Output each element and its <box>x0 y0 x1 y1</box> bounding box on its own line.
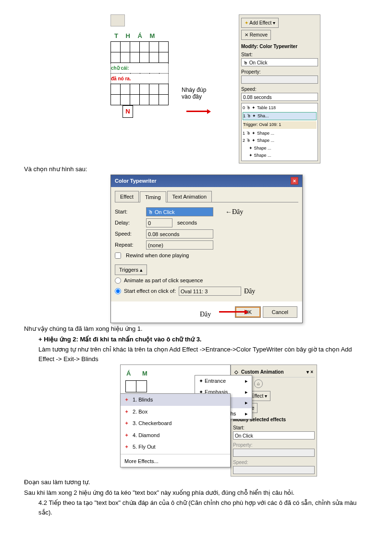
list-item[interactable]: 1 🖱 ✦ Sha... <box>243 112 317 121</box>
text: Làm tương tự như trên chỉ khác là trên t… <box>24 345 368 364</box>
menu-item-diamond[interactable]: ✦4. Diamond <box>121 429 230 441</box>
start-select[interactable]: On Click <box>233 431 315 440</box>
animation-pane: ✦ Add Effect ▾ ✕ Remove Modify: Color Ty… <box>239 14 320 163</box>
annotation: Đây <box>200 309 211 319</box>
animation-list: 0 🖱 ✦ Table 118 1 🖱 ✦ Sha... Trigger: Ov… <box>241 103 318 161</box>
tab-timing[interactable]: Timing <box>140 191 166 203</box>
property-select <box>241 75 318 84</box>
screenshot-3: Á M ✦ Entrance▸ ✦ Emphasis▸ ✦ Exit▸ ☆ Mo… <box>120 364 322 477</box>
star-icon: ✦ <box>245 20 248 25</box>
tab-effect[interactable]: Effect <box>115 191 139 202</box>
annotation: Nháy đúp vào đây <box>182 14 208 100</box>
screenshot-1: T H Á M chữ cái: đã nó ra. N Nháy đúp và… <box>110 14 368 163</box>
add-effect-button[interactable]: ✦ Add Effect ▾ <box>241 18 279 28</box>
list-item[interactable]: 2 🖱 ✦ Shape ... <box>243 137 317 145</box>
tool-icon <box>110 14 125 26</box>
annotation: Đây <box>244 286 255 296</box>
start-select[interactable]: 🖱 On Click <box>146 207 213 216</box>
text: 4.2 Tiếp theo ta tạo "text box" chứa đáp… <box>24 498 368 517</box>
dialog-title-bar: Color Typewriter × <box>111 175 302 187</box>
tab-strip: Effect Timing Text Animation <box>115 191 298 203</box>
start-select[interactable]: 🖱 On Click <box>241 58 318 66</box>
speed-select <box>233 466 315 474</box>
menu-item-box[interactable]: ✦2. Box <box>121 406 230 418</box>
crossword-grid: chữ cái: đã nó ra. <box>110 41 169 105</box>
exit-effects-menu: ✦1. Blinds ✦2. Box ✦3. Checkerboard ✦4. … <box>120 393 231 467</box>
menu-item-blinds[interactable]: ✦1. Blinds <box>121 394 230 406</box>
n-cell: N <box>122 105 133 118</box>
list-item[interactable]: 0 🖱 ✦ Table 118 <box>243 104 317 112</box>
dialog-color-typewriter: Color Typewriter × Effect Timing Text An… <box>110 175 303 323</box>
tab-text-animation[interactable]: Text Animation <box>167 191 212 202</box>
remove-button[interactable]: ✕ Remove <box>241 30 271 40</box>
menu-item-entrance[interactable]: ✦ Entrance▸ <box>195 376 252 387</box>
home-button[interactable]: ⌂ <box>254 379 263 388</box>
rewind-checkbox[interactable] <box>115 252 121 259</box>
slide-preview: T H Á M chữ cái: đã nó ra. N <box>110 14 178 118</box>
triggers-button[interactable]: Triggers ▴ <box>115 264 147 276</box>
annotation: ←Đây <box>225 207 243 217</box>
arrow-icon <box>186 111 208 112</box>
trigger-header: Trigger: Oval 109: 1 <box>243 121 317 129</box>
animate-sequence-radio[interactable] <box>115 277 121 284</box>
trigger-object-select[interactable]: Oval 111: 3 <box>179 287 241 296</box>
menu-item-checkerboard[interactable]: ✦3. Checkerboard <box>121 417 230 429</box>
crossword-grid <box>125 380 147 392</box>
list-item[interactable]: 1 🖱 ✦ Shape ... <box>243 130 317 138</box>
list-item[interactable]: ✦ Shape ... <box>243 145 317 152</box>
text: Đoạn sau làm tương tự. <box>24 477 368 487</box>
crossword-header: T H Á M <box>110 31 178 41</box>
text: Như vậy chúng ta đã làm xong hiệu ứng 1. <box>24 324 368 334</box>
menu-item-fly-out[interactable]: ✦5. Fly Out <box>121 441 230 453</box>
menu-item-more-effects[interactable]: More Effects... <box>121 455 230 467</box>
text: Sau khi làm xong 2 hiệu ứng đó ta kéo "t… <box>24 488 368 498</box>
close-icon[interactable]: × <box>291 177 298 185</box>
text: + Hiệu ứng 2: Mất đi khi ta nhấn chuột v… <box>24 335 368 344</box>
text: Và chọn như hình sau: <box>24 164 368 174</box>
speed-select[interactable]: 0.08 seconds <box>146 229 213 239</box>
property-select <box>233 449 315 457</box>
repeat-select[interactable]: (none) <box>146 240 213 250</box>
start-on-click-radio[interactable] <box>115 288 121 294</box>
arrow-icon <box>219 311 245 313</box>
cancel-button[interactable]: Cancel <box>263 306 297 318</box>
modify-label: Modify: Color Typewriter <box>241 43 318 50</box>
list-item[interactable]: ✦ Shape ... <box>243 152 317 160</box>
delay-input[interactable]: 0 <box>146 218 172 227</box>
speed-select[interactable]: 0.08 seconds <box>241 93 318 101</box>
dialog-buttons: Đây OK Cancel <box>111 301 302 323</box>
